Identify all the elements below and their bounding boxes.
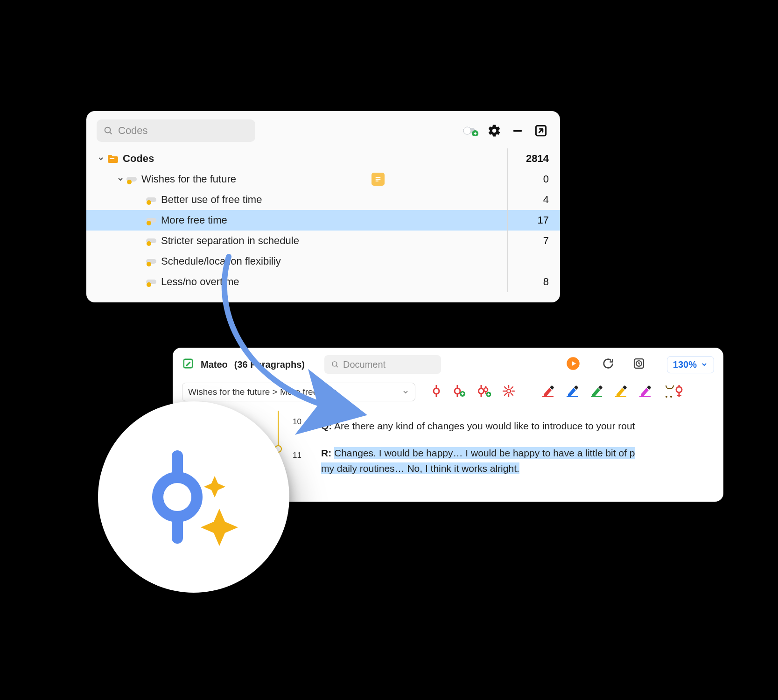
svg-line-13 [336,365,338,367]
codes-group-label: Wishes for the future [141,173,236,185]
codes-item-row[interactable]: Schedule/location flexibiliy [86,251,560,272]
highlighter-icon[interactable] [638,385,652,399]
svg-rect-37 [567,396,578,397]
svg-rect-43 [677,395,681,396]
ai-code-badge [98,401,289,593]
code-dot-icon [146,258,157,265]
codes-root-count: 2814 [512,153,549,165]
svg-rect-5 [513,130,522,132]
svg-point-42 [676,387,682,392]
settings-button[interactable] [485,122,503,140]
codes-search-input[interactable]: Codes [97,119,255,142]
chevron-down-icon [701,361,708,368]
search-icon [103,126,113,136]
codes-item-label: Less/no overtime [161,276,239,288]
svg-line-34 [505,393,506,395]
codes-item-count: 7 [512,235,549,247]
svg-point-23 [479,388,484,393]
codes-panel-header: Codes [86,111,560,148]
minimize-button[interactable] [509,122,526,140]
codes-search-placeholder: Codes [118,125,148,137]
svg-line-1 [110,132,112,134]
code-breadcrumb-select[interactable]: Wishes for the future > More free time [182,383,415,401]
document-name: Mateo [201,359,228,370]
refresh-button[interactable] [602,357,615,372]
q-prefix: Q: [321,420,332,431]
svg-line-32 [505,387,506,389]
codes-item-count: 17 [512,214,549,226]
codes-item-label: More free time [161,214,227,226]
popout-icon [534,124,548,138]
svg-rect-38 [591,396,602,397]
svg-point-18 [434,388,439,394]
svg-point-3 [463,127,471,134]
svg-rect-7 [110,158,114,159]
code-dot-icon [146,237,157,245]
zoom-select[interactable]: 130% [667,356,714,373]
transcript-question: Q: Are there any kind of changes you wou… [321,418,723,434]
toggle-add-code-button[interactable] [462,122,480,140]
clock-square-icon [632,357,645,370]
document-toolbar: Wishes for the future > More free time [173,379,723,408]
codes-item-row[interactable]: Stricter separation in schedule 7 [86,231,560,251]
code-dot-icon [146,196,157,203]
document-search-input[interactable]: Document [324,355,441,374]
svg-line-33 [511,393,513,395]
svg-rect-40 [639,396,651,397]
q-text: Are there any kind of changes you would … [334,420,635,431]
code-node-add2-icon[interactable] [477,385,491,399]
popout-button[interactable] [532,122,550,140]
code-node-alt-icon[interactable] [674,385,684,399]
svg-rect-39 [615,396,626,397]
code-burst-icon[interactable] [502,385,515,400]
code-dot-icon [146,217,157,224]
codes-root-label: Codes [123,153,154,165]
codes-item-row[interactable]: Better use of free time 4 [86,189,560,210]
coded-span[interactable]: my daily routines… No, I think it works … [321,462,519,474]
codes-item-row[interactable]: More free time 17 [86,210,560,231]
codes-item-label: Stricter separation in schedule [161,235,299,247]
code-dot-icon [126,175,138,183]
codes-root-row[interactable]: Codes 2814 [86,148,560,169]
refresh-icon [602,357,615,370]
codes-group-count: 0 [526,173,549,185]
chevron-down-icon[interactable] [95,155,107,162]
minus-icon [511,124,524,137]
transcript-response: R: Changes. I would be happy… I would be… [321,445,723,476]
paragraph-number: 10 [285,417,301,427]
codes-tree: Codes 2814 Wishes for the future 0 Bette… [86,148,560,292]
document-search-placeholder: Document [343,359,385,370]
code-node-icon[interactable] [431,385,442,399]
highlighter-icon[interactable] [541,385,554,399]
chevron-down-icon [402,388,409,396]
timestamp-button[interactable] [632,357,645,372]
codes-item-count: 8 [512,276,549,288]
code-breadcrumb-text: Wishes for the future > More free time [188,387,337,397]
coded-span[interactable]: Changes. I would be happy… I would be ha… [334,447,635,459]
svg-point-27 [507,389,511,393]
gear-icon [487,124,501,138]
svg-line-35 [511,387,513,389]
document-meta: (36 Paragraphs) [234,359,305,370]
zoom-value: 130% [673,359,697,370]
document-content[interactable]: Q: Are there any kind of changes you wou… [313,408,723,502]
codes-item-row[interactable]: Less/no overtime 8 [86,272,560,292]
search-icon [331,360,339,369]
highlighter-icon[interactable] [590,385,603,399]
svg-point-12 [332,362,337,366]
svg-point-20 [455,388,460,394]
svg-point-25 [484,388,488,392]
highlighter-icon[interactable] [614,385,627,399]
highlighter-icon[interactable] [566,385,579,399]
codes-item-label: Schedule/location flexibiliy [161,255,281,267]
edit-document-icon[interactable] [182,357,194,372]
ai-code-sparkle-icon [133,436,254,558]
codes-item-label: Better use of free time [161,194,262,206]
code-node-add-icon[interactable] [453,385,466,399]
play-button[interactable] [566,357,580,373]
paragraph-number: 11 [285,451,301,460]
note-icon[interactable] [371,173,385,186]
chevron-down-icon[interactable] [114,175,126,183]
codes-group-row[interactable]: Wishes for the future 0 [86,169,560,189]
codes-panel: Codes Codes 2814 [86,111,560,302]
